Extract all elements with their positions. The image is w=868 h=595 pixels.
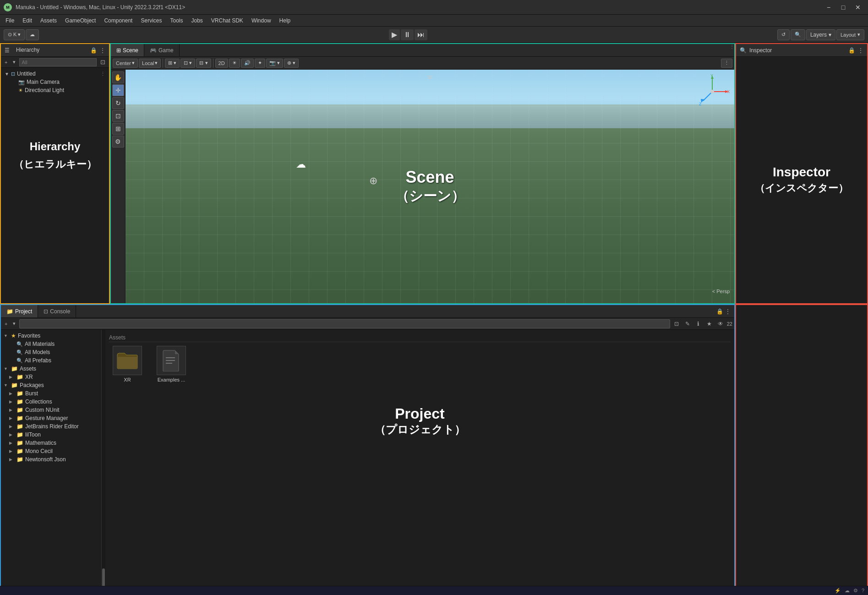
favorites-prefabs[interactable]: 🔍 All Prefabs bbox=[1, 356, 101, 365]
layers-dropdown[interactable]: Layers ▾ bbox=[806, 29, 835, 40]
local-btn[interactable]: Local ▾ bbox=[139, 59, 161, 68]
package-mathematics[interactable]: ▶ 📁 Mathematics bbox=[1, 439, 101, 447]
proj-icon-eye[interactable]: 👁 bbox=[716, 319, 725, 328]
scene-viewport[interactable]: ≡ bbox=[126, 70, 734, 303]
asset-item-xr[interactable]: XR bbox=[109, 346, 146, 382]
hierarchy-extra-btn[interactable]: ⊡ bbox=[98, 58, 107, 66]
grid-btn[interactable]: ⊞ ▾ bbox=[165, 59, 180, 68]
hierarchy-search[interactable] bbox=[19, 58, 97, 66]
hierarchy-item-main-camera[interactable]: 📷 Main Camera bbox=[1, 78, 109, 86]
packages-group[interactable]: ▼ 📁 Packages bbox=[1, 381, 101, 389]
tab-scene[interactable]: ⊞ Scene bbox=[111, 44, 144, 56]
render-btn[interactable]: ⊡ ▾ bbox=[180, 59, 195, 68]
scene-more-btn[interactable]: ⋮ bbox=[721, 59, 732, 68]
status-icon-4[interactable]: ? bbox=[862, 588, 864, 594]
project-tree: ▼ ★ Favorites 🔍 All Materials 🔍 All Mode… bbox=[1, 330, 102, 589]
hier-options-untitled[interactable]: ⋮ bbox=[100, 71, 105, 77]
proj-lock-icon[interactable]: 🔒 bbox=[716, 308, 723, 315]
tool-scale[interactable]: ⊡ bbox=[112, 110, 124, 122]
tree-scroll-thumb[interactable] bbox=[102, 568, 105, 587]
hierarchy-dropdown-btn[interactable]: ▾ bbox=[11, 59, 17, 66]
profile-button[interactable]: ⊙ K ▾ bbox=[4, 29, 25, 40]
tree-scrollbar[interactable] bbox=[102, 330, 105, 589]
light-toggle-btn[interactable]: ☀ bbox=[229, 59, 240, 68]
status-icon-3[interactable]: ⚙ bbox=[853, 588, 858, 594]
menu-window[interactable]: Window bbox=[248, 16, 275, 25]
view-btn[interactable]: ⊟ ▾ bbox=[196, 59, 211, 68]
tab-project[interactable]: 📁 Project bbox=[1, 305, 38, 317]
menu-jobs[interactable]: Jobs bbox=[187, 16, 206, 25]
inspector-lock-icon[interactable]: 🔒 bbox=[848, 47, 855, 54]
cloud-button[interactable]: ☁ bbox=[26, 29, 39, 40]
hamburger-icon[interactable]: ≡ bbox=[428, 73, 432, 82]
project-dropdown-btn[interactable]: ▾ bbox=[11, 320, 17, 327]
package-custom-nunit[interactable]: ▶ 📁 Custom NUnit bbox=[1, 406, 101, 414]
gizmo-btn[interactable]: ⊕ ▾ bbox=[284, 59, 299, 68]
favorites-models[interactable]: 🔍 All Models bbox=[1, 348, 101, 356]
assets-xr[interactable]: ▶ 📁 XR bbox=[1, 373, 101, 381]
proj-icon-3[interactable]: ℹ bbox=[694, 319, 703, 328]
tool-move[interactable]: ✛ bbox=[112, 84, 124, 96]
menu-edit[interactable]: Edit bbox=[19, 16, 36, 25]
scene-tab-more[interactable]: ⋮ bbox=[730, 44, 734, 56]
project-add-btn[interactable]: + bbox=[3, 321, 9, 327]
pause-button[interactable]: ⏸ bbox=[401, 29, 414, 40]
tool-rotate[interactable]: ↻ bbox=[112, 97, 124, 109]
layout-dropdown[interactable]: Layout ▾ bbox=[836, 29, 864, 40]
tab-game[interactable]: 🎮 Game bbox=[144, 44, 180, 56]
menu-gameobject[interactable]: GameObject bbox=[61, 16, 99, 25]
tool-hand[interactable]: ✋ bbox=[112, 71, 124, 83]
proj-icon-2[interactable]: ✎ bbox=[683, 319, 692, 328]
package-collections[interactable]: ▶ 📁 Collections bbox=[1, 398, 101, 406]
hierarchy-item-light[interactable]: ☀ Directional Light bbox=[1, 86, 109, 94]
package-newtonsoft[interactable]: ▶ 📁 Newtonsoft Json bbox=[1, 455, 101, 464]
step-button[interactable]: ⏭ bbox=[415, 29, 427, 40]
assets-group[interactable]: ▼ 📁 Assets bbox=[1, 365, 101, 373]
maximize-button[interactable]: □ bbox=[837, 3, 850, 12]
toggle-2d-btn[interactable]: 2D bbox=[215, 59, 228, 68]
proj-more-icon[interactable]: ⋮ bbox=[725, 308, 731, 315]
audio-toggle-btn[interactable]: 🔊 bbox=[241, 59, 254, 68]
menu-services[interactable]: Services bbox=[137, 16, 165, 25]
menu-tools[interactable]: Tools bbox=[166, 16, 186, 25]
menu-file[interactable]: File bbox=[2, 16, 18, 25]
package-liltoon[interactable]: ▶ 📁 lilToon bbox=[1, 431, 101, 439]
hierarchy-item-untitled[interactable]: ▼ ⊡ Untitled ⋮ bbox=[1, 70, 109, 78]
menu-component[interactable]: Component bbox=[100, 16, 136, 25]
menu-assets[interactable]: Assets bbox=[37, 16, 60, 25]
project-search[interactable] bbox=[19, 319, 670, 328]
proj-icon-4[interactable]: ★ bbox=[705, 319, 714, 328]
package-mono-cecil[interactable]: ▶ 📁 Mono Cecil bbox=[1, 447, 101, 455]
hierarchy-more-icon[interactable]: ⋮ bbox=[100, 47, 105, 54]
tool-transform[interactable]: ⚙ bbox=[112, 136, 124, 147]
camera-btn[interactable]: 📷 ▾ bbox=[266, 59, 283, 68]
package-mono-label: Mono Cecil bbox=[25, 448, 53, 454]
menu-vrchat-sdk[interactable]: VRChat SDK bbox=[207, 16, 247, 25]
hierarchy-lock-icon[interactable]: 🔒 bbox=[90, 47, 97, 54]
status-icon-2[interactable]: ☁ bbox=[845, 588, 850, 594]
package-gesture[interactable]: ▶ 📁 Gesture Manager bbox=[1, 414, 101, 422]
favorites-group[interactable]: ▼ ★ Favorites bbox=[1, 332, 101, 340]
favorites-materials[interactable]: 🔍 All Materials bbox=[1, 340, 101, 348]
tool-rect[interactable]: ⊞ bbox=[112, 123, 124, 135]
minimize-button[interactable]: − bbox=[822, 3, 835, 12]
math-arrow: ▶ bbox=[9, 441, 15, 445]
close-button[interactable]: ✕ bbox=[852, 3, 864, 12]
package-burst[interactable]: ▶ 📁 Burst bbox=[1, 389, 101, 398]
asset-item-examples[interactable]: Examples ... bbox=[153, 346, 190, 382]
fx-toggle-btn[interactable]: ✦ bbox=[255, 59, 265, 68]
history-button[interactable]: ↺ bbox=[777, 29, 790, 40]
inspector-more-icon[interactable]: ⋮ bbox=[858, 47, 863, 54]
play-button[interactable]: ▶ bbox=[389, 29, 400, 40]
cloud-icon: ☁ bbox=[30, 32, 35, 38]
inspector-header: 🔍 Inspector 🔒 ⋮ bbox=[736, 44, 867, 57]
proj-icon-1[interactable]: ⊡ bbox=[672, 319, 681, 328]
package-jetbrains[interactable]: ▶ 📁 JetBrains Rider Editor bbox=[1, 422, 101, 431]
tab-console[interactable]: ⊡ Console bbox=[38, 305, 76, 317]
center-btn[interactable]: Center ▾ bbox=[113, 59, 138, 68]
tree-scroll-padding bbox=[1, 464, 101, 491]
menu-help[interactable]: Help bbox=[276, 16, 295, 25]
status-icon-1[interactable]: ⚡ bbox=[835, 588, 841, 594]
hierarchy-add-btn[interactable]: + bbox=[3, 59, 9, 66]
search-button[interactable]: 🔍 bbox=[791, 29, 805, 40]
